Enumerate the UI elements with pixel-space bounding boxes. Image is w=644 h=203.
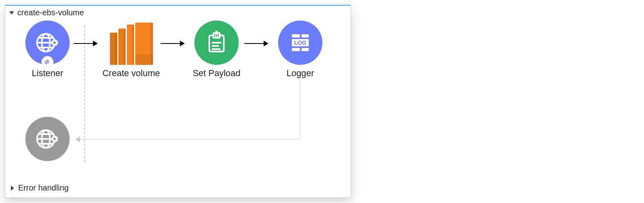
svg-rect-15 (292, 34, 300, 37)
node-set-payload[interactable]: Set Payload (178, 21, 255, 79)
svg-rect-16 (301, 34, 309, 37)
node-label: Listener (9, 68, 86, 79)
caret-down-icon (9, 11, 14, 14)
node-logger[interactable]: LOG Logger (262, 21, 339, 79)
return-line (76, 139, 300, 139)
node-label: Set Payload (178, 68, 255, 79)
flow-panel: create-ebs-volume (5, 5, 351, 198)
flow-title: create-ebs-volume (17, 8, 84, 17)
svg-rect-18 (301, 48, 309, 51)
log-brick-icon: LOG (288, 30, 313, 55)
svg-rect-17 (292, 48, 300, 51)
svg-text:LOG: LOG (294, 39, 306, 46)
error-section-header[interactable]: Error handling (5, 179, 351, 197)
flow-section-header[interactable]: create-ebs-volume (5, 6, 351, 18)
node-listener[interactable]: Listener (9, 21, 86, 79)
caret-right-icon (11, 186, 14, 191)
aws-volume-icon (110, 25, 153, 65)
error-section-label: Error handling (18, 183, 69, 193)
node-label: Logger (262, 68, 339, 79)
node-response[interactable] (9, 117, 86, 161)
node-label: Create volume (93, 68, 169, 79)
clipboard-download-icon (204, 31, 229, 55)
return-line (300, 79, 300, 139)
node-create-volume[interactable]: Create volume (93, 18, 169, 79)
flow-canvas[interactable]: Listener Create volume (5, 18, 351, 179)
globe-arrow-icon (35, 126, 60, 152)
exchange-icon (41, 56, 54, 68)
globe-arrow-icon (35, 30, 60, 56)
